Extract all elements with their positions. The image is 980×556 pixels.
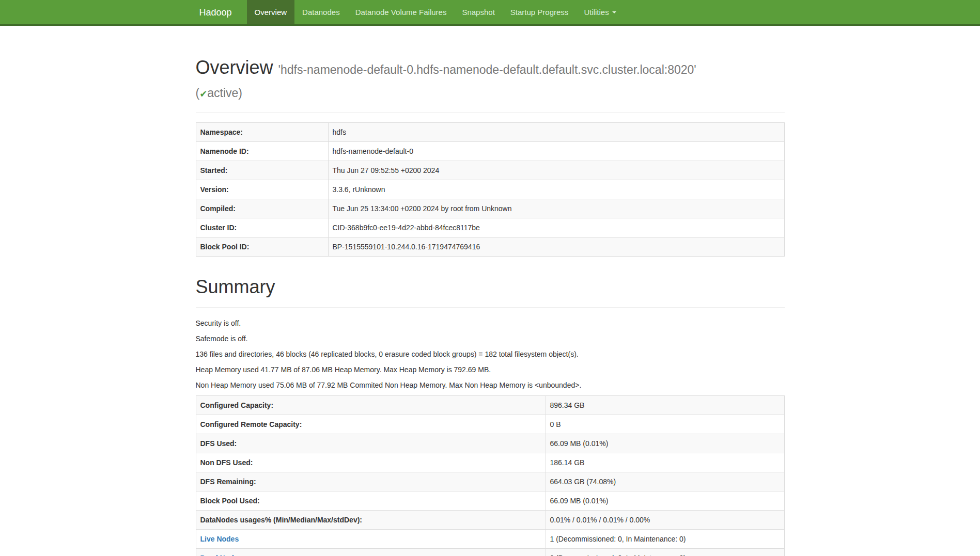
info-value-block-pool-id: BP-1515559101-10.244.0.16-1719474769416 [328,237,784,257]
caret-down-icon [612,11,616,13]
nav-item-snapshot-label: Snapshot [462,7,494,18]
info-row-namenode-id: Namenode ID: hdfs-namenode-default-0 [196,142,784,161]
summary-safemode-line: Safemode is off. [196,333,785,344]
summary-heading: Summary [196,276,785,298]
info-value-namenode-id: hdfs-namenode-default-0 [328,142,784,161]
nav-item-snapshot[interactable]: Snapshot [454,0,502,24]
summary-files-blocks-line: 136 files and directories, 46 blocks (46… [196,349,785,359]
info-label-namespace: Namespace: [196,123,328,142]
metrics-value-configured-remote-capacity: 0 B [546,415,784,434]
info-label-started: Started: [196,161,328,180]
metrics-value-block-pool-used: 66.09 MB (0.01%) [546,491,784,511]
namenode-host: 'hdfs-namenode-default-0.hdfs-namenode-d… [278,63,696,76]
check-icon: ✔ [199,89,207,99]
info-row-namespace: Namespace: hdfs [196,123,784,142]
summary-divider [196,307,785,308]
nav-item-utilities-label: Utilities [584,7,609,18]
main-content: Overview 'hdfs-namenode-default-0.hdfs-n… [188,56,792,556]
metrics-row-dfs-remaining: DFS Remaining: 664.03 GB (74.08%) [196,472,784,491]
capacity-metrics-table: Configured Capacity: 896.34 GB Configure… [196,395,785,556]
metrics-label-dfs-used: DFS Used: [196,434,546,453]
metrics-row-live-nodes: Live Nodes 1 (Decommissioned: 0, In Main… [196,530,784,549]
summary-security-line: Security is off. [196,318,785,328]
info-label-cluster-id: Cluster ID: [196,218,328,237]
info-value-compiled: Tue Jun 25 13:34:00 +0200 2024 by root f… [328,199,784,218]
navbar-menu: Overview Datanodes Datanode Volume Failu… [247,0,624,24]
info-row-cluster-id: Cluster ID: CID-368b9fc0-ee19-4d22-abbd-… [196,218,784,237]
metrics-row-dfs-used: DFS Used: 66.09 MB (0.01%) [196,434,784,453]
info-row-version: Version: 3.3.6, rUnknown [196,180,784,199]
info-row-block-pool-id: Block Pool ID: BP-1515559101-10.244.0.16… [196,237,784,257]
metrics-row-datanode-usages: DataNodes usages% (Min/Median/Max/stdDev… [196,511,784,530]
metrics-label-configured-remote-capacity: Configured Remote Capacity: [196,415,546,434]
metrics-row-dead-nodes: Dead Nodes 0 (Decommissioned: 0, In Main… [196,549,784,556]
metrics-label-non-dfs-used: Non DFS Used: [196,453,546,472]
metrics-label-dead-nodes: Dead Nodes [196,549,546,556]
info-label-compiled: Compiled: [196,199,328,218]
metrics-value-dfs-used: 66.09 MB (0.01%) [546,434,784,453]
title-divider [196,112,785,113]
page-title: Overview 'hdfs-namenode-default-0.hdfs-n… [196,56,785,106]
metrics-value-live-nodes: 1 (Decommissioned: 0, In Maintenance: 0) [546,530,784,549]
navbar: Hadoop Overview Datanodes Datanode Volum… [0,0,980,26]
nav-item-datanode-volume-failures-label: Datanode Volume Failures [355,7,447,18]
nav-item-datanodes-label: Datanodes [302,7,340,18]
navbar-container: Hadoop Overview Datanodes Datanode Volum… [188,0,792,24]
metrics-value-non-dfs-used: 186.14 GB [546,453,784,472]
metrics-label-live-nodes: Live Nodes [196,530,546,549]
status-active-label: active [207,86,238,100]
info-label-namenode-id: Namenode ID: [196,142,328,161]
namenode-status: (✔active) [196,82,785,106]
nav-item-datanode-volume-failures[interactable]: Datanode Volume Failures [348,0,455,24]
page-title-text: Overview [196,57,273,78]
nav-item-overview-label: Overview [255,7,287,18]
summary-non-heap-memory-line: Non Heap Memory used 75.06 MB of 77.92 M… [196,380,785,390]
namenode-info-table: Namespace: hdfs Namenode ID: hdfs-nameno… [196,122,785,257]
info-row-compiled: Compiled: Tue Jun 25 13:34:00 +0200 2024… [196,199,784,218]
info-label-block-pool-id: Block Pool ID: [196,237,328,257]
nav-item-datanodes[interactable]: Datanodes [294,0,348,24]
info-value-started: Thu Jun 27 09:52:55 +0200 2024 [328,161,784,180]
metrics-row-block-pool-used: Block Pool Used: 66.09 MB (0.01%) [196,491,784,511]
nav-item-utilities-dropdown[interactable]: Utilities [576,0,624,24]
info-value-version: 3.3.6, rUnknown [328,180,784,199]
nav-item-overview[interactable]: Overview [247,0,295,24]
nav-item-startup-progress-label: Startup Progress [510,7,569,18]
info-label-version: Version: [196,180,328,199]
metrics-label-block-pool-used: Block Pool Used: [196,491,546,511]
metrics-label-configured-capacity: Configured Capacity: [196,396,546,415]
metrics-value-dead-nodes: 0 (Decommissioned: 0, In Maintenance: 0) [546,549,784,556]
metrics-label-datanode-usages: DataNodes usages% (Min/Median/Max/stdDev… [196,511,546,530]
metrics-value-configured-capacity: 896.34 GB [546,396,784,415]
status-close-paren: ) [238,86,242,100]
nav-item-startup-progress[interactable]: Startup Progress [503,0,577,24]
info-row-started: Started: Thu Jun 27 09:52:55 +0200 2024 [196,161,784,180]
info-value-cluster-id: CID-368b9fc0-ee19-4d22-abbd-84fcec8117be [328,218,784,237]
brand-link[interactable]: Hadoop [196,0,240,24]
info-value-namespace: hdfs [328,123,784,142]
metrics-value-dfs-remaining: 664.03 GB (74.08%) [546,472,784,491]
dead-nodes-link[interactable]: Dead Nodes [200,554,242,556]
metrics-label-dfs-remaining: DFS Remaining: [196,472,546,491]
metrics-value-datanode-usages: 0.01% / 0.01% / 0.01% / 0.00% [546,511,784,530]
summary-heap-memory-line: Heap Memory used 41.77 MB of 87.06 MB He… [196,364,785,375]
metrics-row-non-dfs-used: Non DFS Used: 186.14 GB [196,453,784,472]
live-nodes-link[interactable]: Live Nodes [200,535,239,543]
metrics-row-configured-capacity: Configured Capacity: 896.34 GB [196,396,784,415]
metrics-row-configured-remote-capacity: Configured Remote Capacity: 0 B [196,415,784,434]
